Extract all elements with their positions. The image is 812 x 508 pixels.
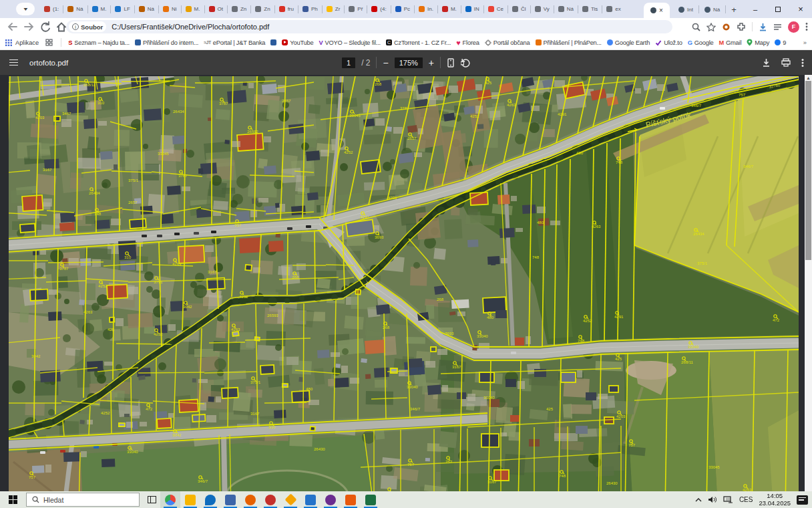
svg-text:26434: 26434 [173,110,184,114]
svg-text:472: 472 [773,318,780,322]
svg-text:757: 757 [628,443,636,447]
svg-text:4291: 4291 [360,215,369,219]
svg-text:33040: 33040 [127,450,138,454]
svg-text:4263: 4263 [592,225,601,229]
svg-text:3693: 3693 [375,235,384,239]
svg-text:480: 480 [576,151,584,155]
svg-text:268: 268 [383,326,390,330]
svg-text:480: 480 [487,315,494,320]
svg-text:26434: 26434 [89,191,100,195]
svg-text:748: 748 [532,255,540,259]
svg-text:757: 757 [234,223,242,227]
svg-text:346/7: 346/7 [410,407,421,411]
svg-text:346/7: 346/7 [743,164,754,168]
svg-text:3467: 3467 [62,112,71,116]
svg-text:4263: 4263 [507,103,516,107]
svg-text:4291: 4291 [558,112,567,116]
svg-text:480: 480 [537,221,544,225]
svg-text:3167: 3167 [43,168,52,172]
svg-text:268/11: 268/11 [681,360,694,364]
svg-text:346/7: 346/7 [691,104,702,108]
svg-text:3167: 3167 [208,270,217,274]
svg-text:2657: 2657 [128,201,138,205]
svg-text:4252: 4252 [470,114,479,118]
svg-text:268: 268 [292,275,299,279]
svg-text:2657: 2657 [407,136,417,140]
svg-text:33045: 33045 [349,114,361,118]
svg-text:2657: 2657 [282,99,291,103]
svg-text:3167: 3167 [452,365,461,369]
svg-text:748: 748 [616,160,623,164]
svg-text:3791: 3791 [154,280,163,284]
svg-text:3787: 3787 [219,102,228,106]
svg-text:3787: 3787 [400,106,409,110]
svg-text:3042: 3042 [183,305,192,309]
svg-text:757: 757 [407,463,415,467]
svg-text:346/7: 346/7 [198,479,208,483]
svg-text:748: 748 [94,212,102,216]
svg-text:4203: 4203 [616,414,626,418]
svg-text:33040: 33040 [407,385,418,389]
svg-text:375/1: 375/1 [697,261,708,265]
svg-text:26593: 26593 [267,313,278,318]
svg-text:472: 472 [146,407,153,411]
svg-text:748: 748 [559,474,566,478]
svg-text:26592: 26592 [247,130,258,134]
svg-text:33040: 33040 [477,334,488,338]
svg-text:26434: 26434 [693,232,704,236]
svg-text:3042: 3042 [172,433,182,437]
svg-text:757: 757 [445,460,453,464]
svg-text:268: 268 [437,297,444,301]
svg-text:33040: 33040 [688,345,699,349]
svg-text:757: 757 [739,93,746,97]
svg-text:3042: 3042 [31,354,41,358]
svg-text:425: 425 [615,357,622,361]
svg-text:4263: 4263 [83,310,93,314]
svg-text:268: 268 [375,82,382,86]
svg-text:4252: 4252 [101,411,110,415]
svg-text:4252: 4252 [98,284,108,288]
svg-text:310: 310 [124,255,132,259]
svg-text:4252: 4252 [583,319,592,323]
svg-text:3693: 3693 [445,332,454,336]
svg-text:480: 480 [306,387,313,391]
svg-text:26430: 26430 [606,481,618,485]
svg-text:425: 425 [546,407,554,411]
svg-text:757: 757 [29,475,36,479]
svg-text:4252: 4252 [239,295,248,299]
svg-text:425: 425 [108,328,115,332]
svg-text:3167: 3167 [487,480,497,484]
svg-text:4291: 4291 [388,196,397,200]
svg-text:268/11: 268/11 [83,83,96,87]
svg-text:33045: 33045 [708,465,720,469]
svg-text:310: 310 [97,101,105,105]
svg-text:425: 425 [485,81,492,85]
svg-text:748: 748 [578,339,585,343]
svg-text:26430: 26430 [314,447,325,451]
svg-text:4291: 4291 [614,315,624,319]
svg-text:375/1: 375/1 [128,178,139,182]
svg-text:3167: 3167 [250,412,260,416]
svg-text:33040: 33040 [483,396,495,400]
svg-text:3787: 3787 [178,174,188,178]
svg-text:33045: 33045 [158,152,169,156]
svg-text:310: 310 [268,425,276,429]
